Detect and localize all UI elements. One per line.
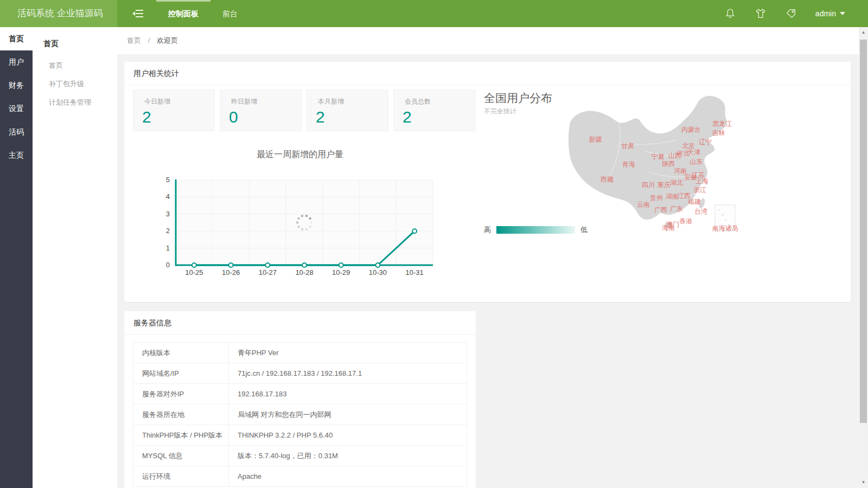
map-subtitle: 不完全统计	[484, 107, 516, 116]
breadcrumb-home[interactable]: 首页	[127, 36, 141, 44]
province-label: 香港	[679, 217, 692, 226]
caret-down-icon	[840, 12, 845, 15]
sidebar-item-users[interactable]: 用户	[0, 50, 33, 74]
stat-value: 2	[316, 108, 388, 126]
province-label: 辽宁	[699, 137, 712, 146]
submenu-item-home[interactable]: 首页	[33, 56, 117, 75]
province-label: 福建	[688, 197, 701, 207]
app-logo: 活码系统 企业猫源码	[0, 0, 117, 27]
submenu-item-task-manage[interactable]: 计划任务管理	[33, 93, 117, 112]
row-label: 内核版本	[133, 343, 229, 363]
stat-label: 会员总数	[405, 97, 475, 106]
svg-text:10-31: 10-31	[406, 268, 424, 277]
weekly-users-chart: 01234510-2510-2610-2710-2810-2910-3010-3…	[133, 175, 469, 281]
table-row: 内核版本 青年PHP Ver	[133, 343, 467, 363]
table-row: ThinkPHP版本 / PHP版本 THINKPHP 3.2.2 / PHP …	[133, 425, 467, 446]
svg-text:3: 3	[166, 210, 170, 218]
table-row: 服务器对外IP 192.168.17.183	[133, 384, 467, 404]
map-title: 全国用户分布	[484, 91, 552, 106]
row-value: 局域网 对方和您在同一内部网	[229, 404, 467, 425]
table-row: 服务器所在地 局域网 对方和您在同一内部网	[133, 404, 467, 425]
server-info-table: 内核版本 青年PHP Ver 网站域名/IP 71jc.cn / 192.168…	[133, 342, 467, 487]
user-stats-panel: 用户相关统计 今日新增 2 昨日新增 0 本月新增	[124, 62, 851, 302]
bell-icon[interactable]	[724, 8, 736, 20]
stat-cards: 今日新增 2 昨日新增 0 本月新增 2 会员总数	[133, 89, 475, 131]
stat-label: 本月新增	[318, 97, 388, 106]
table-row: 网站域名/IP 71jc.cn / 192.168.17.183 / 192.1…	[133, 363, 467, 384]
submenu-title[interactable]: 首页	[33, 33, 117, 56]
row-value: THINKPHP 3.2.2 / PHP 5.6.40	[229, 425, 467, 446]
scrollbar-thumb[interactable]	[860, 40, 867, 423]
row-label: 服务器所在地	[133, 404, 229, 425]
breadcrumb-separator: /	[148, 36, 150, 44]
user-stats-panel-title: 用户相关统计	[124, 62, 851, 85]
province-label: 青海	[622, 160, 635, 169]
row-label: ThinkPHP版本 / PHP版本	[133, 425, 229, 446]
svg-text:10-29: 10-29	[332, 268, 350, 277]
nav-item-frontend[interactable]: 前台	[210, 0, 250, 27]
map-legend-gradient	[496, 226, 575, 234]
china-map: 新疆甘肃内蒙古黑龙江吉林辽宁北京天津河北山西宁夏山东青海陕西河南江苏西藏安徽上海…	[563, 91, 747, 237]
province-label: 广东	[670, 204, 683, 214]
province-label: 湖北	[670, 178, 683, 188]
submenu-item-patch-upgrade[interactable]: 补丁包升级	[33, 75, 117, 93]
theme-icon[interactable]	[755, 8, 767, 20]
table-row: MYSQL 信息 版本：5.7.40-log，已用：0.31M	[133, 446, 467, 466]
user-name: admin	[815, 9, 836, 18]
china-map-shape	[563, 91, 747, 237]
primary-sidebar: 首页 用户 财务 设置 活码 主页	[0, 27, 33, 488]
header-actions: admin	[724, 8, 868, 20]
province-label: 云南	[637, 200, 650, 209]
nav-item-dashboard[interactable]: 控制面板	[156, 0, 210, 27]
sidebar-item-homepage[interactable]: 主页	[0, 144, 33, 167]
scroll-up-arrow[interactable]: ▲	[859, 29, 868, 36]
user-menu[interactable]: admin	[815, 9, 845, 18]
stat-card-yesterday: 昨日新增 0	[220, 89, 302, 131]
sidebar-item-settings[interactable]: 设置	[0, 97, 33, 120]
server-info-panel: 服务器信息 内核版本 青年PHP Ver 网站域名/IP 71jc.cn / 1…	[124, 311, 476, 488]
province-label: 内蒙古	[681, 125, 701, 134]
province-label: 贵州	[650, 194, 663, 203]
top-header: 活码系统 企业猫源码 控制面板 前台 admin	[0, 0, 868, 27]
province-label: 南海诸岛	[712, 223, 738, 233]
province-label: 海南	[662, 223, 675, 232]
row-value: 71jc.cn / 192.168.17.183 / 192.168.17.1	[229, 363, 467, 384]
server-info-panel-title: 服务器信息	[124, 311, 476, 335]
map-column: 全国用户分布 不完全统计	[476, 85, 851, 302]
stat-value: 2	[403, 108, 475, 126]
province-label: 吉林	[712, 128, 725, 137]
province-label: 黑龙江	[712, 119, 732, 128]
content: 用户相关统计 今日新增 2 昨日新增 0 本月新增	[117, 54, 859, 488]
svg-text:10-25: 10-25	[185, 268, 203, 277]
stat-card-today: 今日新增 2	[133, 89, 215, 131]
sidebar-item-finance[interactable]: 财务	[0, 74, 33, 97]
chart-title: 最近一周新增的用户量	[124, 149, 476, 160]
province-label: 浙江	[693, 185, 706, 194]
sidebar-item-home[interactable]: 首页	[0, 27, 33, 50]
svg-text:5: 5	[166, 176, 170, 184]
province-label: 四川	[642, 181, 655, 190]
secondary-sidebar: 首页 首页 补丁包升级 计划任务管理	[33, 27, 117, 488]
breadcrumb: 首页 / 欢迎页	[117, 27, 859, 54]
svg-text:10-27: 10-27	[259, 268, 277, 277]
stat-value: 0	[229, 108, 301, 126]
province-label: 新疆	[589, 135, 602, 144]
map-legend: 高 低	[484, 225, 588, 235]
province-label: 广西	[654, 205, 667, 214]
province-label: 陕西	[662, 159, 675, 168]
scroll-down-arrow[interactable]: ▼	[859, 479, 868, 486]
header-nav: 控制面板 前台 admin	[117, 0, 868, 27]
province-label: 重庆	[658, 181, 671, 190]
tag-icon[interactable]	[785, 8, 797, 20]
legend-low-label: 低	[580, 225, 588, 235]
breadcrumb-current: 欢迎页	[157, 36, 178, 44]
province-label: 上海	[695, 177, 709, 186]
menu-toggle-icon[interactable]	[132, 10, 143, 17]
row-value: 192.168.17.183	[229, 384, 467, 404]
stat-card-month: 本月新增 2	[307, 89, 388, 131]
sidebar-item-livecode[interactable]: 活码	[0, 120, 33, 144]
vertical-scrollbar[interactable]: ▲ ▼	[859, 27, 868, 488]
table-row: 运行环境 Apache	[133, 466, 467, 487]
svg-text:1: 1	[166, 244, 170, 252]
svg-text:0: 0	[166, 261, 170, 269]
